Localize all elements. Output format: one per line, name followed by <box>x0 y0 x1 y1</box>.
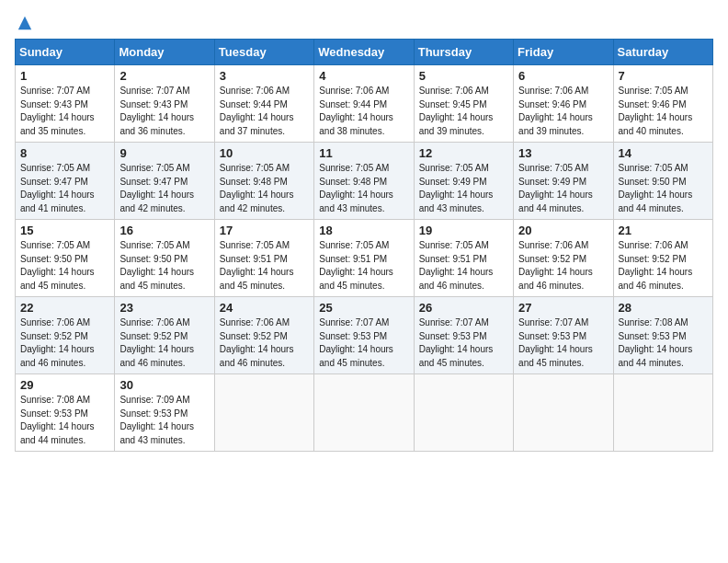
calendar-cell: 16 Sunrise: 7:05 AMSunset: 9:50 PMDaylig… <box>115 220 214 297</box>
calendar-cell: 2 Sunrise: 7:07 AMSunset: 9:43 PMDayligh… <box>115 65 214 143</box>
calendar-cell: 15 Sunrise: 7:05 AMSunset: 9:50 PMDaylig… <box>16 220 115 297</box>
calendar-cell: 6 Sunrise: 7:06 AMSunset: 9:46 PMDayligh… <box>514 65 613 143</box>
day-info: Sunrise: 7:05 AMSunset: 9:50 PMDaylight:… <box>20 240 95 291</box>
col-header-thursday: Thursday <box>414 40 513 65</box>
day-info: Sunrise: 7:07 AMSunset: 9:53 PMDaylight:… <box>419 317 494 368</box>
calendar-cell: 25 Sunrise: 7:07 AMSunset: 9:53 PMDaylig… <box>314 297 414 374</box>
day-info: Sunrise: 7:06 AMSunset: 9:52 PMDaylight:… <box>20 317 95 368</box>
logo <box>15 15 33 29</box>
day-info: Sunrise: 7:05 AMSunset: 9:48 PMDaylight:… <box>319 163 393 213</box>
day-info: Sunrise: 7:07 AMSunset: 9:53 PMDaylight:… <box>518 317 593 368</box>
calendar-cell: 21 Sunrise: 7:06 AMSunset: 9:52 PMDaylig… <box>613 220 712 297</box>
calendar-week-row: 22 Sunrise: 7:06 AMSunset: 9:52 PMDaylig… <box>16 297 713 374</box>
col-header-monday: Monday <box>115 40 214 65</box>
calendar-cell: 9 Sunrise: 7:05 AMSunset: 9:47 PMDayligh… <box>115 143 214 220</box>
calendar-cell <box>314 374 414 452</box>
calendar-cell: 12 Sunrise: 7:05 AMSunset: 9:49 PMDaylig… <box>414 143 513 220</box>
day-info: Sunrise: 7:05 AMSunset: 9:47 PMDaylight:… <box>119 163 194 213</box>
day-number: 7 <box>619 69 708 83</box>
day-number: 4 <box>319 69 408 83</box>
day-number: 26 <box>419 301 508 315</box>
calendar-cell: 22 Sunrise: 7:06 AMSunset: 9:52 PMDaylig… <box>16 297 115 374</box>
day-info: Sunrise: 7:05 AMSunset: 9:51 PMDaylight:… <box>419 240 494 291</box>
calendar-cell <box>414 374 513 452</box>
day-number: 1 <box>20 69 109 83</box>
calendar-table: SundayMondayTuesdayWednesdayThursdayFrid… <box>15 39 713 452</box>
calendar-cell: 23 Sunrise: 7:06 AMSunset: 9:52 PMDaylig… <box>115 297 214 374</box>
day-number: 10 <box>220 146 309 160</box>
calendar-week-row: 1 Sunrise: 7:07 AMSunset: 9:43 PMDayligh… <box>16 65 713 143</box>
day-number: 2 <box>119 69 209 83</box>
day-info: Sunrise: 7:09 AMSunset: 9:53 PMDaylight:… <box>119 395 194 445</box>
calendar-cell: 5 Sunrise: 7:06 AMSunset: 9:45 PMDayligh… <box>414 65 513 143</box>
day-number: 16 <box>119 224 209 237</box>
calendar-cell: 8 Sunrise: 7:05 AMSunset: 9:47 PMDayligh… <box>16 143 115 220</box>
day-number: 12 <box>419 146 508 160</box>
day-info: Sunrise: 7:07 AMSunset: 9:43 PMDaylight:… <box>20 86 95 136</box>
day-info: Sunrise: 7:06 AMSunset: 9:44 PMDaylight:… <box>220 86 294 136</box>
day-number: 11 <box>319 146 408 160</box>
page-header <box>15 15 713 29</box>
calendar-cell: 3 Sunrise: 7:06 AMSunset: 9:44 PMDayligh… <box>214 65 313 143</box>
day-info: Sunrise: 7:07 AMSunset: 9:53 PMDaylight:… <box>319 317 393 368</box>
calendar-cell: 4 Sunrise: 7:06 AMSunset: 9:44 PMDayligh… <box>314 65 414 143</box>
calendar-cell: 14 Sunrise: 7:05 AMSunset: 9:50 PMDaylig… <box>613 143 712 220</box>
day-info: Sunrise: 7:05 AMSunset: 9:51 PMDaylight:… <box>319 240 393 291</box>
day-info: Sunrise: 7:06 AMSunset: 9:52 PMDaylight:… <box>518 240 593 291</box>
calendar-week-row: 29 Sunrise: 7:08 AMSunset: 9:53 PMDaylig… <box>16 374 713 452</box>
calendar-cell <box>514 374 613 452</box>
day-number: 25 <box>319 301 408 315</box>
calendar-week-row: 15 Sunrise: 7:05 AMSunset: 9:50 PMDaylig… <box>16 220 713 297</box>
day-info: Sunrise: 7:06 AMSunset: 9:44 PMDaylight:… <box>319 86 393 136</box>
day-number: 21 <box>619 224 708 237</box>
day-number: 20 <box>518 224 608 237</box>
calendar-cell: 20 Sunrise: 7:06 AMSunset: 9:52 PMDaylig… <box>514 220 613 297</box>
day-number: 29 <box>20 378 109 392</box>
day-number: 17 <box>220 224 309 237</box>
calendar-cell: 30 Sunrise: 7:09 AMSunset: 9:53 PMDaylig… <box>115 374 214 452</box>
day-number: 3 <box>220 69 309 83</box>
col-header-wednesday: Wednesday <box>314 40 414 65</box>
day-info: Sunrise: 7:06 AMSunset: 9:46 PMDaylight:… <box>518 86 593 136</box>
day-info: Sunrise: 7:06 AMSunset: 9:52 PMDaylight:… <box>119 317 194 368</box>
day-info: Sunrise: 7:05 AMSunset: 9:47 PMDaylight:… <box>20 163 95 213</box>
calendar-cell: 13 Sunrise: 7:05 AMSunset: 9:49 PMDaylig… <box>514 143 613 220</box>
day-info: Sunrise: 7:05 AMSunset: 9:50 PMDaylight:… <box>119 240 194 291</box>
day-info: Sunrise: 7:05 AMSunset: 9:50 PMDaylight:… <box>619 163 693 213</box>
calendar-cell: 19 Sunrise: 7:05 AMSunset: 9:51 PMDaylig… <box>414 220 513 297</box>
logo-icon <box>17 15 33 31</box>
col-header-tuesday: Tuesday <box>214 40 313 65</box>
calendar-cell: 18 Sunrise: 7:05 AMSunset: 9:51 PMDaylig… <box>314 220 414 297</box>
day-number: 15 <box>20 224 109 237</box>
calendar-cell: 28 Sunrise: 7:08 AMSunset: 9:53 PMDaylig… <box>613 297 712 374</box>
day-number: 8 <box>20 146 109 160</box>
day-info: Sunrise: 7:06 AMSunset: 9:52 PMDaylight:… <box>619 240 693 291</box>
calendar-cell: 17 Sunrise: 7:05 AMSunset: 9:51 PMDaylig… <box>214 220 313 297</box>
day-number: 6 <box>518 69 608 83</box>
calendar-header-row: SundayMondayTuesdayWednesdayThursdayFrid… <box>16 40 713 65</box>
day-number: 30 <box>119 378 209 392</box>
day-number: 22 <box>20 301 109 315</box>
col-header-sunday: Sunday <box>16 40 115 65</box>
calendar-cell <box>613 374 712 452</box>
col-header-saturday: Saturday <box>613 40 712 65</box>
day-info: Sunrise: 7:06 AMSunset: 9:52 PMDaylight:… <box>220 317 294 368</box>
calendar-cell: 11 Sunrise: 7:05 AMSunset: 9:48 PMDaylig… <box>314 143 414 220</box>
calendar-week-row: 8 Sunrise: 7:05 AMSunset: 9:47 PMDayligh… <box>16 143 713 220</box>
day-info: Sunrise: 7:06 AMSunset: 9:45 PMDaylight:… <box>419 86 494 136</box>
day-number: 18 <box>319 224 408 237</box>
day-number: 9 <box>119 146 209 160</box>
calendar-cell: 27 Sunrise: 7:07 AMSunset: 9:53 PMDaylig… <box>514 297 613 374</box>
day-info: Sunrise: 7:08 AMSunset: 9:53 PMDaylight:… <box>619 317 693 368</box>
calendar-cell: 7 Sunrise: 7:05 AMSunset: 9:46 PMDayligh… <box>613 65 712 143</box>
day-number: 24 <box>220 301 309 315</box>
day-info: Sunrise: 7:05 AMSunset: 9:46 PMDaylight:… <box>619 86 693 136</box>
calendar-cell: 26 Sunrise: 7:07 AMSunset: 9:53 PMDaylig… <box>414 297 513 374</box>
calendar-cell: 10 Sunrise: 7:05 AMSunset: 9:48 PMDaylig… <box>214 143 313 220</box>
day-info: Sunrise: 7:05 AMSunset: 9:49 PMDaylight:… <box>419 163 494 213</box>
day-number: 27 <box>518 301 608 315</box>
day-number: 28 <box>619 301 708 315</box>
day-number: 14 <box>619 146 708 160</box>
svg-marker-0 <box>18 17 31 29</box>
day-number: 19 <box>419 224 508 237</box>
